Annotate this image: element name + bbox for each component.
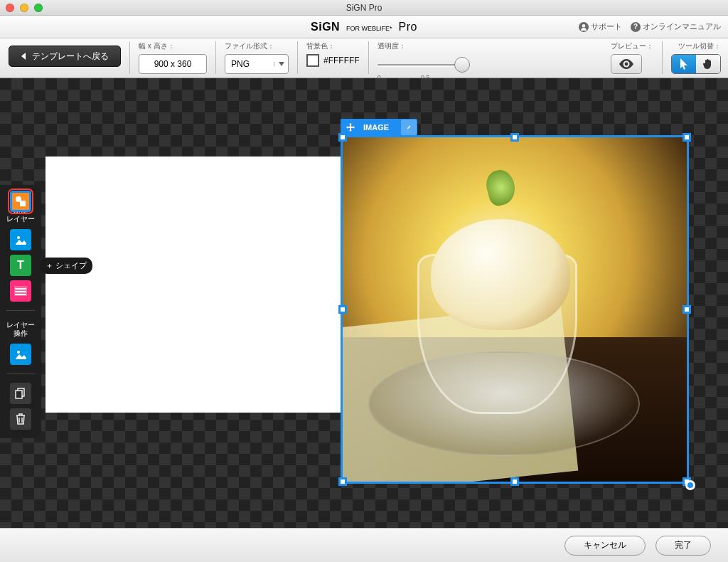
pencil-icon bbox=[407, 123, 411, 132]
user-icon bbox=[579, 22, 589, 32]
svg-point-0 bbox=[582, 24, 585, 27]
header-links: サポート ? オンラインマニュアル bbox=[579, 21, 721, 32]
svg-point-10 bbox=[17, 351, 20, 354]
add-table-layer[interactable] bbox=[10, 280, 31, 302]
opacity-label: 透明度： bbox=[378, 41, 470, 51]
tool-switch bbox=[671, 54, 721, 74]
duplicate-layer-button[interactable] bbox=[10, 383, 31, 404]
separator bbox=[662, 41, 663, 74]
layer-ops-label: レイヤー 操作 bbox=[6, 321, 35, 338]
size-field[interactable]: 900 x 360 bbox=[139, 54, 207, 74]
bgcolor-swatch[interactable] bbox=[306, 54, 319, 67]
svg-rect-8 bbox=[15, 291, 26, 292]
separator bbox=[297, 41, 298, 74]
tool-switch-group: ツール切替： bbox=[671, 41, 721, 74]
tooltip-text: ＋ シェイプ bbox=[46, 260, 87, 271]
window-title: SiGN Pro bbox=[0, 3, 728, 13]
filetype-select[interactable]: PNG bbox=[225, 54, 289, 74]
cancel-button[interactable]: キャンセル bbox=[564, 536, 646, 556]
slider-knob[interactable] bbox=[454, 57, 470, 73]
preview-label: プレビュー： bbox=[611, 41, 653, 51]
bgcolor-label: 背景色： bbox=[306, 41, 360, 51]
move-icon bbox=[346, 123, 355, 132]
filetype-label: ファイル形式： bbox=[225, 41, 289, 51]
svg-rect-9 bbox=[15, 294, 26, 295]
eye-icon bbox=[619, 59, 634, 69]
brand-main: SiGN bbox=[311, 21, 340, 33]
separator bbox=[129, 41, 130, 74]
add-text-layer[interactable]: T bbox=[10, 255, 31, 276]
layer-sidebar: 新規 レイヤー T レイヤー 操作 bbox=[0, 185, 41, 438]
manual-link[interactable]: ? オンラインマニュアル bbox=[631, 21, 721, 32]
support-label: サポート bbox=[591, 21, 622, 32]
preview-button[interactable] bbox=[611, 54, 642, 74]
selection-label: IMAGE bbox=[358, 123, 395, 132]
manual-label: オンラインマニュアル bbox=[643, 21, 721, 32]
add-image-layer[interactable] bbox=[10, 229, 31, 250]
support-link[interactable]: サポート bbox=[579, 21, 622, 32]
svg-rect-5 bbox=[20, 201, 26, 206]
canvas[interactable]: IMAGE 新規 レイヤー T bbox=[0, 78, 728, 528]
brand-logo: SiGN FOR WEBLIFE* Pro bbox=[311, 21, 417, 33]
layer-ops-button[interactable] bbox=[10, 344, 31, 365]
pointer-tool[interactable] bbox=[672, 55, 696, 73]
hand-tool[interactable] bbox=[696, 55, 720, 73]
back-to-template-button[interactable]: テンプレートへ戻る bbox=[9, 46, 121, 67]
help-icon: ? bbox=[631, 22, 641, 32]
trash-icon bbox=[16, 413, 26, 425]
copy-icon bbox=[15, 388, 26, 399]
filetype-group: ファイル形式： PNG bbox=[225, 41, 289, 74]
pointer-icon bbox=[679, 58, 689, 70]
opacity-slider[interactable] bbox=[378, 55, 470, 75]
separator bbox=[368, 41, 369, 74]
text-icon: T bbox=[17, 259, 24, 272]
image-icon bbox=[14, 348, 27, 361]
bgcolor-value: #FFFFFF bbox=[323, 55, 360, 65]
pin-icon[interactable] bbox=[16, 191, 26, 201]
chevron-down-icon bbox=[274, 62, 288, 66]
opacity-group: 透明度： 0 0.5 bbox=[378, 41, 470, 81]
artboard[interactable] bbox=[46, 157, 341, 413]
size-group: 幅 x 高さ： 900 x 360 bbox=[139, 41, 207, 74]
svg-point-1 bbox=[625, 63, 628, 66]
separator bbox=[215, 41, 216, 74]
svg-rect-7 bbox=[15, 288, 26, 290]
edit-layer-button[interactable] bbox=[401, 120, 417, 135]
done-button[interactable]: 完了 bbox=[655, 536, 711, 556]
svg-rect-12 bbox=[16, 391, 22, 398]
image-layer[interactable] bbox=[341, 135, 689, 484]
window-titlebar: SiGN Pro bbox=[0, 0, 728, 16]
size-label: 幅 x 高さ： bbox=[139, 41, 207, 51]
shape-tooltip: ＋ シェイプ bbox=[40, 258, 92, 274]
table-icon bbox=[14, 286, 27, 296]
back-label: テンプレートへ戻る bbox=[32, 51, 109, 63]
footer: キャンセル 完了 bbox=[0, 528, 728, 562]
hand-icon bbox=[702, 58, 714, 70]
delete-layer-button[interactable] bbox=[10, 408, 31, 430]
brand-suffix: Pro bbox=[399, 21, 417, 33]
tool-label: ツール切替： bbox=[671, 41, 721, 51]
filetype-value: PNG bbox=[225, 59, 274, 69]
brand-sub: FOR WEBLIFE* bbox=[346, 25, 392, 32]
image-icon bbox=[14, 233, 27, 246]
brand-bar: SiGN FOR WEBLIFE* Pro サポート ? オンラインマニュアル bbox=[0, 16, 728, 38]
new-layer-label: 新規 レイヤー bbox=[6, 206, 35, 223]
bgcolor-group: 背景色： #FFFFFF bbox=[306, 41, 360, 67]
selection-tag[interactable]: IMAGE bbox=[341, 119, 417, 136]
preview-group: プレビュー： bbox=[611, 41, 653, 74]
svg-point-3 bbox=[17, 236, 20, 239]
toolbar: テンプレートへ戻る 幅 x 高さ： 900 x 360 ファイル形式： PNG … bbox=[0, 38, 728, 78]
size-value: 900 x 360 bbox=[154, 59, 192, 69]
